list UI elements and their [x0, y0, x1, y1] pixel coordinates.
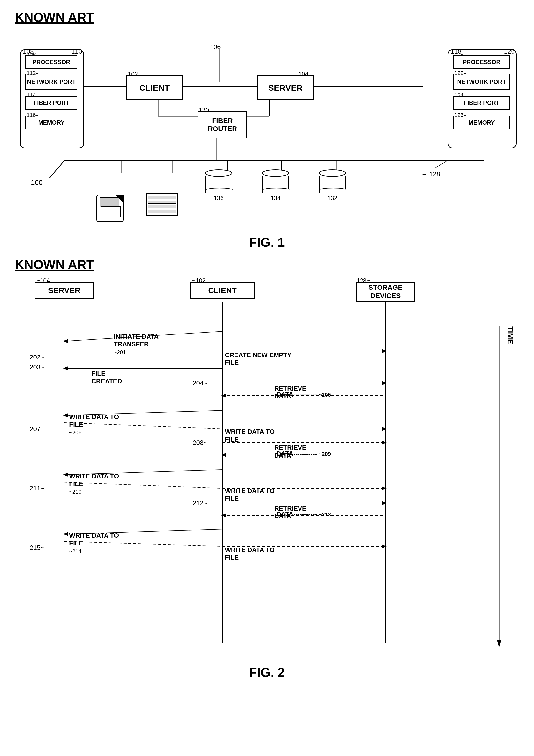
ref-102-fig2: ~102 — [192, 277, 206, 284]
storage-header: 128~ STORAGE DEVICES — [356, 282, 415, 302]
client-label-fig1: CLIENT — [140, 83, 170, 93]
ref-204-label: 204~ — [193, 380, 207, 387]
ref-110: 110 — [71, 48, 82, 55]
svg-marker-51 — [221, 513, 226, 517]
fiber-router-box: 130⌐ FIBER ROUTER — [198, 111, 247, 138]
processor-left: 108⌐ PROCESSOR — [25, 55, 77, 69]
fig2-title: KNOWN ART — [15, 257, 519, 272]
ref-207-label: 207~ — [30, 425, 44, 433]
ref-202-label: 202~ — [30, 354, 44, 361]
client-label-fig2: CLIENT — [208, 286, 237, 295]
msg-file-created: FILE CREATED — [91, 362, 122, 385]
svg-marker-49 — [382, 501, 387, 505]
msg-write-client-1: WRITE DATA TO FILE — [225, 420, 274, 443]
server-label-fig1: SERVER — [268, 83, 302, 93]
server-box-fig1: 104~ SERVER — [257, 75, 314, 100]
memory-left-label: MEMORY — [38, 119, 64, 126]
client-header: ~102 CLIENT — [190, 282, 255, 299]
svg-marker-38 — [382, 427, 387, 431]
ref-104-fig1: 104~ — [298, 71, 312, 78]
ref-124: 124⌐ — [454, 92, 466, 99]
ref-118-inner: 118⌐ — [454, 51, 466, 58]
storage-138: 138 — [146, 193, 156, 202]
msg-write-2-label: WRITE DATA TO FILE ~210 — [69, 465, 119, 496]
processor-left-label: PROCESSOR — [32, 59, 70, 66]
svg-marker-33 — [221, 393, 226, 397]
ref-128-fig2: 128~ — [357, 277, 370, 284]
fiber-router-label: FIBER ROUTER — [208, 117, 237, 133]
msg-data-1: -DATA----------- ~205 — [274, 391, 331, 398]
fig1-section: KNOWN ART — [15, 10, 519, 250]
storage-label-fig2: STORAGE DEVICES — [369, 283, 402, 300]
ref-116: 116⌐ — [27, 112, 38, 119]
svg-line-18 — [435, 161, 447, 168]
svg-marker-27 — [382, 349, 387, 353]
fig1-svg — [15, 30, 519, 232]
ref-134: 134 — [270, 195, 280, 202]
storage-140: 140 — [96, 195, 106, 203]
msg-data-3: -DATA----------- ~213 — [274, 510, 331, 518]
fig2-diagram: ~104 SERVER ~102 CLIENT 128~ STORAGE DEV… — [15, 277, 519, 662]
svg-line-8 — [49, 161, 64, 178]
ref-203-label: 203~ — [30, 364, 44, 371]
memory-right-label: MEMORY — [468, 119, 495, 126]
svg-marker-42 — [221, 453, 226, 457]
left-client-box: 108 110 108⌐ PROCESSOR 112⌐ NETWORK PORT… — [20, 49, 84, 148]
msg-data-2: -DATA----------- ~209 — [274, 450, 331, 458]
ref-106: 106 — [210, 43, 221, 51]
svg-marker-44 — [63, 473, 68, 477]
server-label-fig2: SERVER — [48, 286, 80, 295]
ref-215-label: 215~ — [30, 544, 44, 552]
ref-136: 136 — [214, 195, 224, 202]
msg-create-empty: CREATE NEW EMPTY FILE — [225, 344, 292, 366]
ref-112: 112⌐ — [27, 70, 38, 76]
ref-211-label: 211~ — [30, 485, 44, 492]
svg-marker-47 — [382, 486, 387, 490]
network-port-left-label: NETWORK PORT — [27, 78, 76, 85]
network-port-right-label: NETWORK PORT — [457, 78, 506, 85]
svg-marker-35 — [63, 413, 68, 417]
ref-212-label: 212~ — [193, 500, 207, 507]
memory-left: 116⌐ MEMORY — [25, 116, 77, 129]
ref-108-inner: 108⌐ — [27, 51, 38, 58]
msg-201: INITIATE DATA TRANSFER ~201 — [114, 325, 159, 356]
network-port-left: 112⌐ NETWORK PORT — [25, 74, 77, 90]
msg-write-3-label: WRITE DATA TO FILE ~214 — [69, 524, 119, 555]
storage-132: 132 — [319, 169, 346, 202]
client-box-fig1: 102⌐ CLIENT — [126, 75, 183, 100]
svg-marker-31 — [382, 381, 387, 385]
fiber-port-left-label: FIBER PORT — [33, 99, 69, 106]
msg-write-client-3: WRITE DATA TO FILE — [225, 538, 274, 561]
fig1-diagram: 108 110 108⌐ PROCESSOR 112⌐ NETWORK PORT… — [15, 30, 519, 232]
memory-right: 126⌐ MEMORY — [453, 116, 510, 129]
msg-write-1-label: WRITE DATA TO FILE ~206 — [69, 405, 119, 436]
network-port-right: 122⌐ NETWORK PORT — [453, 74, 510, 90]
svg-marker-53 — [63, 532, 68, 536]
fig1-title: KNOWN ART — [15, 10, 519, 25]
processor-right: 118⌐ PROCESSOR — [453, 55, 510, 69]
svg-marker-25 — [63, 339, 68, 343]
ref-132: 132 — [327, 195, 337, 202]
svg-marker-23 — [497, 640, 501, 648]
ref-104-fig2: ~104 — [37, 277, 50, 284]
ref-208-label: 208~ — [193, 439, 207, 446]
right-server-box: 118 120 118⌐ PROCESSOR 122⌐ NETWORK PORT… — [447, 49, 517, 148]
fig1-label: FIG. 1 — [15, 235, 519, 250]
ref-100: 100 — [31, 179, 42, 187]
ref-114: 114⌐ — [27, 92, 38, 99]
processor-right-label: PROCESSOR — [463, 59, 500, 66]
fig2-section: KNOWN ART — [15, 257, 519, 680]
ref-130: 130⌐ — [199, 107, 211, 114]
ref-126: 126⌐ — [454, 112, 466, 119]
fig2-label: FIG. 2 — [15, 665, 519, 680]
time-label: TIME — [506, 326, 514, 344]
ref-120: 120 — [504, 48, 515, 55]
ref-102-fig1: 102⌐ — [128, 71, 140, 78]
server-header: ~104 SERVER — [35, 282, 94, 299]
storage-136: 136 — [205, 169, 232, 202]
svg-marker-29 — [63, 366, 68, 370]
svg-marker-40 — [382, 441, 387, 445]
ref-128-fig1: ← 128 — [421, 170, 440, 178]
storage-134: 134 — [262, 169, 289, 202]
fiber-port-right: 124⌐ FIBER PORT — [453, 96, 510, 110]
